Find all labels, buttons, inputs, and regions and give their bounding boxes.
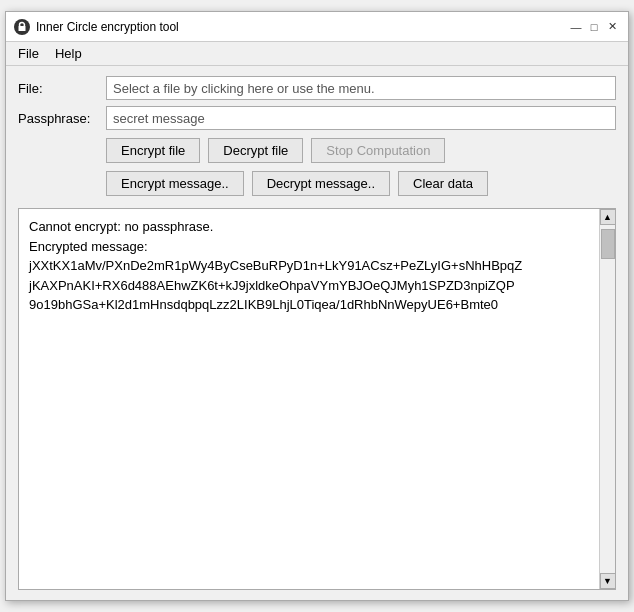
output-line-1: Cannot encrypt: no passphrase. (29, 219, 213, 234)
minimize-button[interactable]: — (568, 19, 584, 35)
main-window: Inner Circle encryption tool — □ ✕ File … (5, 11, 629, 601)
clear-data-button[interactable]: Clear data (398, 171, 488, 196)
stop-computation-button[interactable]: Stop Computation (311, 138, 445, 163)
title-bar: Inner Circle encryption tool — □ ✕ (6, 12, 628, 42)
file-menu[interactable]: File (10, 44, 47, 63)
passphrase-label: Passphrase: (18, 111, 98, 126)
decrypt-message-button[interactable]: Decrypt message.. (252, 171, 390, 196)
scroll-down-arrow[interactable]: ▼ (600, 573, 616, 589)
buttons-row-1: Encrypt file Decrypt file Stop Computati… (18, 138, 616, 163)
maximize-button[interactable]: □ (586, 19, 602, 35)
output-area: Cannot encrypt: no passphrase. Encrypted… (18, 208, 616, 590)
output-line-4: jKAXPnAKI+RX6d488AEhwZK6t+kJ9jxldkeOhpaV… (29, 278, 515, 293)
scrollbar[interactable]: ▲ ▼ (599, 209, 615, 589)
scroll-thumb[interactable] (601, 229, 615, 259)
close-button[interactable]: ✕ (604, 19, 620, 35)
svg-rect-1 (19, 26, 26, 31)
help-menu[interactable]: Help (47, 44, 90, 63)
output-text: Cannot encrypt: no passphrase. Encrypted… (19, 209, 615, 589)
content-area: File: Passphrase: Encrypt file Decrypt f… (6, 66, 628, 600)
file-label: File: (18, 81, 98, 96)
file-row: File: (18, 76, 616, 100)
encrypt-message-button[interactable]: Encrypt message.. (106, 171, 244, 196)
window-controls: — □ ✕ (568, 19, 620, 35)
scroll-up-arrow[interactable]: ▲ (600, 209, 616, 225)
output-line-2: Encrypted message: (29, 239, 148, 254)
passphrase-input[interactable] (106, 106, 616, 130)
window-title: Inner Circle encryption tool (36, 20, 568, 34)
scroll-track[interactable] (600, 225, 615, 573)
output-line-5: 9o19bhGSa+Kl2d1mHnsdqbpqLzz2LIKB9LhjL0Ti… (29, 297, 498, 312)
file-input[interactable] (106, 76, 616, 100)
encrypt-file-button[interactable]: Encrypt file (106, 138, 200, 163)
app-icon (14, 19, 30, 35)
decrypt-file-button[interactable]: Decrypt file (208, 138, 303, 163)
output-line-3: jXXtKX1aMv/PXnDe2mR1pWy4ByCseBuRPyD1n+Lk… (29, 258, 522, 273)
buttons-row-2: Encrypt message.. Decrypt message.. Clea… (18, 171, 616, 196)
menu-bar: File Help (6, 42, 628, 66)
passphrase-row: Passphrase: (18, 106, 616, 130)
